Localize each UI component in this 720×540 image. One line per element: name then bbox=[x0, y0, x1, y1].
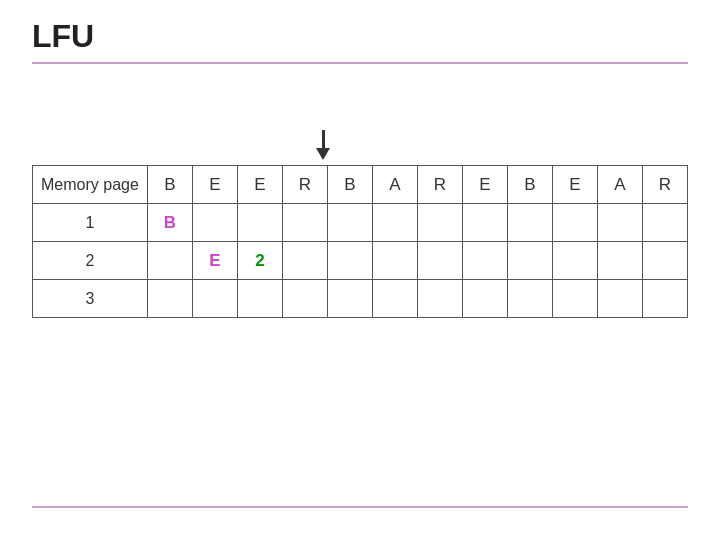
row-1-col-11 bbox=[642, 204, 687, 242]
row-2-col-4 bbox=[327, 242, 372, 280]
col-header-7: E bbox=[462, 166, 507, 204]
row-3-col-8 bbox=[507, 280, 552, 318]
row-3-col-10 bbox=[597, 280, 642, 318]
row-2-col-7 bbox=[462, 242, 507, 280]
table-header-row: Memory page B E E R B A R E B E A R bbox=[33, 166, 688, 204]
row-1-col-5 bbox=[372, 204, 417, 242]
row-2-col-2: 2 bbox=[237, 242, 282, 280]
col-header-8: B bbox=[507, 166, 552, 204]
col-header-5: A bbox=[372, 166, 417, 204]
row-2-col-9 bbox=[552, 242, 597, 280]
row-1-col-3 bbox=[282, 204, 327, 242]
table-row-3: 3 bbox=[33, 280, 688, 318]
row-2-col-1: E bbox=[192, 242, 237, 280]
row-1-col-7 bbox=[462, 204, 507, 242]
row-3-col-2 bbox=[237, 280, 282, 318]
row-1-col-1 bbox=[192, 204, 237, 242]
arrow-shaft bbox=[322, 130, 325, 148]
row-3-col-11 bbox=[642, 280, 687, 318]
row-2-col-6 bbox=[417, 242, 462, 280]
col-header-11: R bbox=[642, 166, 687, 204]
row-1-col-9 bbox=[552, 204, 597, 242]
col-header-9: E bbox=[552, 166, 597, 204]
row-3-label: 3 bbox=[33, 280, 148, 318]
row-2-col-8 bbox=[507, 242, 552, 280]
row-2-col-0 bbox=[147, 242, 192, 280]
row-1-col-6 bbox=[417, 204, 462, 242]
row-1-col-10 bbox=[597, 204, 642, 242]
row-3-col-4 bbox=[327, 280, 372, 318]
header-label-cell: Memory page bbox=[33, 166, 148, 204]
row-1-col-8 bbox=[507, 204, 552, 242]
row-1-label: 1 bbox=[33, 204, 148, 242]
row-3-col-0 bbox=[147, 280, 192, 318]
row-1-col-2 bbox=[237, 204, 282, 242]
row-2-col-11 bbox=[642, 242, 687, 280]
row-3-col-3 bbox=[282, 280, 327, 318]
row-3-col-9 bbox=[552, 280, 597, 318]
col-header-6: R bbox=[417, 166, 462, 204]
row-2-label: 2 bbox=[33, 242, 148, 280]
top-divider bbox=[32, 62, 688, 64]
col-header-3: R bbox=[282, 166, 327, 204]
row-2-col-10 bbox=[597, 242, 642, 280]
table-row-2: 2 E 2 bbox=[33, 242, 688, 280]
page-title: LFU bbox=[32, 18, 94, 55]
table-row-1: 1 B bbox=[33, 204, 688, 242]
arrow-head bbox=[316, 148, 330, 160]
row-3-col-6 bbox=[417, 280, 462, 318]
memory-table: Memory page B E E R B A R E B E A R 1 B bbox=[32, 165, 688, 318]
col-header-10: A bbox=[597, 166, 642, 204]
col-header-2: E bbox=[237, 166, 282, 204]
row-3-col-1 bbox=[192, 280, 237, 318]
col-header-4: B bbox=[327, 166, 372, 204]
bottom-divider bbox=[32, 506, 688, 508]
col-header-1: E bbox=[192, 166, 237, 204]
row-3-col-7 bbox=[462, 280, 507, 318]
row-2-col-5 bbox=[372, 242, 417, 280]
row-1-col-0: B bbox=[147, 204, 192, 242]
down-arrow bbox=[316, 130, 330, 160]
row-2-col-3 bbox=[282, 242, 327, 280]
row-3-col-5 bbox=[372, 280, 417, 318]
col-header-0: B bbox=[147, 166, 192, 204]
row-1-col-4 bbox=[327, 204, 372, 242]
